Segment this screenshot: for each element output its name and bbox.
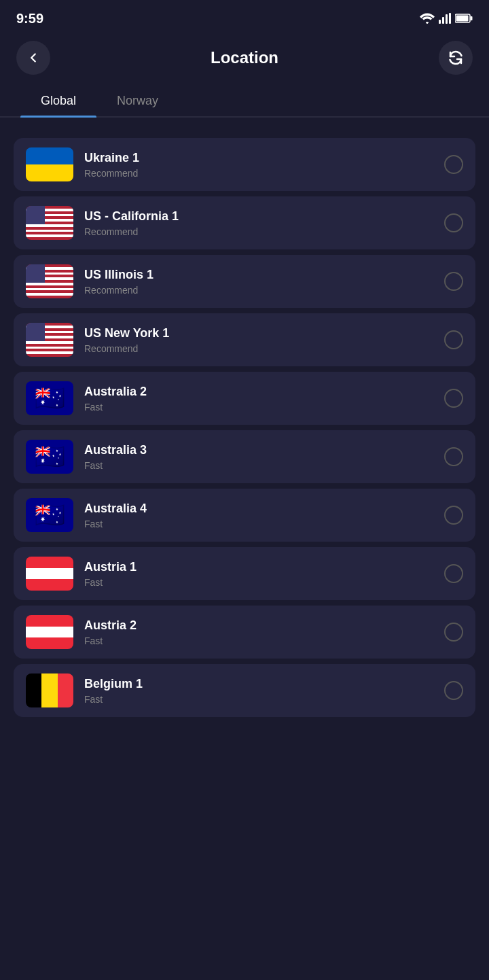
refresh-button[interactable]	[439, 41, 473, 75]
flag-australia-3: 🇦🇺	[26, 498, 73, 532]
flag-usa-2	[26, 264, 73, 298]
refresh-icon	[448, 50, 464, 66]
list-item[interactable]: 🇦🇺 Australia 2 Fast	[14, 372, 475, 425]
list-item[interactable]: US Illinois 1 Recommend	[14, 255, 475, 308]
tabs-container: Global Norway	[0, 86, 489, 118]
radio-button[interactable]	[444, 272, 463, 291]
radio-button[interactable]	[444, 623, 463, 642]
flag-usa-1	[26, 206, 73, 240]
flag-ukraine	[26, 147, 73, 181]
radio-button[interactable]	[444, 213, 463, 232]
radio-button[interactable]	[444, 681, 463, 700]
flag-australia-2: 🇦🇺	[26, 440, 73, 474]
list-item[interactable]: 🇦🇺 Australia 3 Fast	[14, 430, 475, 483]
radio-button[interactable]	[444, 155, 463, 174]
battery-icon	[455, 14, 473, 23]
list-item[interactable]: US - California 1 Recommend	[14, 196, 475, 249]
page-title: Location	[211, 48, 278, 67]
flag-belgium-1	[26, 673, 73, 707]
list-item[interactable]: US New York 1 Recommend	[14, 313, 475, 366]
list-item[interactable]: 🇦🇺 Australia 4 Fast	[14, 489, 475, 542]
flag-austria-1	[26, 557, 73, 591]
list-item[interactable]: Belgium 1 Fast	[14, 664, 475, 717]
tab-global[interactable]: Global	[20, 86, 96, 116]
radio-button[interactable]	[444, 564, 463, 583]
svg-rect-3	[449, 13, 451, 24]
header: Location	[0, 34, 489, 86]
list-item[interactable]: Ukraine 1 Recommend	[14, 138, 475, 191]
location-list: Ukraine 1 Recommend US - California 1 Re…	[0, 131, 489, 724]
back-button[interactable]	[16, 41, 50, 75]
radio-button[interactable]	[444, 447, 463, 466]
svg-rect-1	[442, 17, 444, 24]
status-time: 9:59	[16, 11, 43, 27]
back-icon	[26, 50, 41, 65]
flag-austria-2	[26, 615, 73, 649]
flag-australia-1: 🇦🇺	[26, 381, 73, 415]
radio-button[interactable]	[444, 330, 463, 349]
radio-button[interactable]	[444, 506, 463, 525]
flag-usa-3	[26, 323, 73, 357]
svg-rect-2	[446, 14, 448, 24]
radio-button[interactable]	[444, 389, 463, 408]
status-icons	[420, 13, 473, 24]
tab-norway[interactable]: Norway	[96, 86, 179, 116]
svg-rect-6	[456, 16, 469, 22]
wifi-icon	[420, 13, 435, 24]
signal-icon	[439, 13, 451, 24]
svg-rect-0	[439, 20, 441, 24]
list-item[interactable]: Austria 1 Fast	[14, 547, 475, 600]
status-bar: 9:59	[0, 0, 489, 34]
svg-rect-5	[471, 16, 473, 20]
list-item[interactable]: Austria 2 Fast	[14, 606, 475, 659]
